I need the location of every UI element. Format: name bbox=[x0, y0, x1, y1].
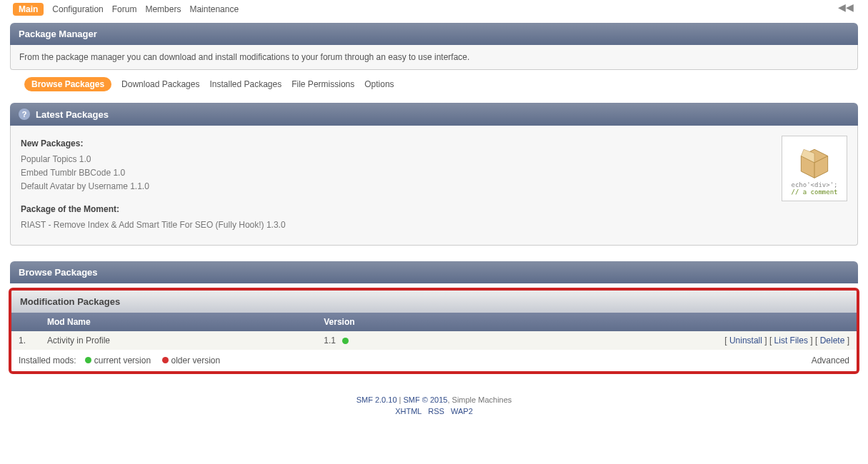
modification-packages-title: Modification Packages bbox=[11, 291, 857, 313]
top-nav: Main Configuration Forum Members Mainten… bbox=[7, 0, 861, 19]
box-icon bbox=[794, 141, 834, 181]
modification-packages-section: Modification Packages Mod Name Version 1… bbox=[9, 288, 859, 374]
row-mod-name[interactable]: Activity in Profile bbox=[40, 336, 324, 346]
new-package-link[interactable]: Popular Topics 1.0 bbox=[21, 153, 847, 166]
row-actions: [ Uninstall ] [ List Files ] [ Delete ] bbox=[573, 336, 849, 346]
footer-rss[interactable]: RSS bbox=[428, 407, 444, 415]
red-dot-icon bbox=[162, 357, 169, 363]
subnav-browse-packages[interactable]: Browse Packages bbox=[24, 77, 111, 91]
footer-xhtml[interactable]: XHTML bbox=[395, 407, 421, 415]
package-box-image: echo'<div>'; // a comment bbox=[782, 136, 847, 201]
footer-company: , Simple Machines bbox=[447, 395, 512, 404]
footer-smf-copyright[interactable]: SMF © 2015 bbox=[404, 395, 448, 404]
advanced-link[interactable]: Advanced bbox=[812, 355, 849, 365]
uninstall-link[interactable]: Uninstall bbox=[729, 336, 762, 346]
latest-packages-header: ? Latest Packages bbox=[10, 103, 858, 126]
table-row: 1. Activity in Profile 1.1 [ Uninstall ]… bbox=[11, 331, 857, 350]
mod-table-header: Mod Name Version bbox=[11, 313, 857, 331]
footer-wap2[interactable]: WAP2 bbox=[451, 407, 473, 415]
subnav-download-packages[interactable]: Download Packages bbox=[121, 79, 199, 89]
footer-smf-version[interactable]: SMF 2.0.10 bbox=[356, 395, 397, 404]
nav-main[interactable]: Main bbox=[13, 3, 44, 16]
package-moment-heading: Package of the Moment: bbox=[21, 204, 847, 214]
subnav-installed-packages[interactable]: Installed Packages bbox=[209, 79, 281, 89]
box-comment-text: // a comment bbox=[784, 188, 844, 196]
legend-current: current version bbox=[94, 355, 151, 365]
legend-row: Installed mods: current version older ve… bbox=[11, 350, 857, 371]
latest-packages-title: Latest Packages bbox=[36, 109, 109, 120]
nav-configuration[interactable]: Configuration bbox=[52, 4, 103, 14]
collapse-arrows-icon[interactable]: ◀◀ bbox=[838, 1, 854, 13]
package-manager-header: Package Manager bbox=[10, 23, 858, 45]
package-manager-title: Package Manager bbox=[19, 29, 97, 39]
browse-packages-title: Browse Packages bbox=[19, 267, 98, 278]
col-mod-name[interactable]: Mod Name bbox=[40, 317, 324, 327]
nav-maintenance[interactable]: Maintenance bbox=[189, 4, 239, 14]
legend-older: older version bbox=[171, 355, 220, 365]
col-index bbox=[19, 317, 40, 327]
browse-packages-header: Browse Packages bbox=[10, 261, 858, 283]
new-packages-heading: New Packages: bbox=[21, 138, 847, 148]
new-package-link[interactable]: Embed Tumblr BBCode 1.0 bbox=[21, 166, 847, 180]
footer-sep: | bbox=[397, 395, 404, 404]
green-dot-icon bbox=[85, 357, 91, 363]
legend-prefix: Installed mods: bbox=[19, 355, 76, 365]
row-version-text: 1.1 bbox=[324, 336, 336, 346]
nav-members[interactable]: Members bbox=[145, 4, 181, 14]
subnav-file-permissions[interactable]: File Permissions bbox=[291, 79, 354, 89]
delete-link[interactable]: Delete bbox=[820, 336, 845, 346]
nav-forum[interactable]: Forum bbox=[112, 4, 137, 14]
box-echo-text: echo'<div>'; bbox=[784, 181, 844, 188]
help-icon[interactable]: ? bbox=[19, 109, 30, 120]
footer: SMF 2.0.10 | SMF © 2015, Simple Machines… bbox=[7, 378, 861, 427]
list-files-link[interactable]: List Files bbox=[774, 336, 808, 346]
package-manager-description: From the package manager you can downloa… bbox=[10, 45, 858, 70]
col-actions bbox=[573, 317, 849, 327]
subnav-options[interactable]: Options bbox=[364, 79, 394, 89]
col-version[interactable]: Version bbox=[324, 317, 573, 327]
package-moment-link[interactable]: RIAST - Remove Index & Add Smart Title F… bbox=[21, 218, 847, 232]
new-package-link[interactable]: Default Avatar by Username 1.1.0 bbox=[21, 180, 847, 193]
latest-packages-body: New Packages: Popular Topics 1.0 Embed T… bbox=[10, 126, 858, 246]
row-version: 1.1 bbox=[324, 336, 573, 346]
subnav: Browse Packages Download Packages Instal… bbox=[7, 70, 861, 99]
status-dot-icon bbox=[342, 338, 349, 344]
row-index: 1. bbox=[19, 336, 40, 346]
